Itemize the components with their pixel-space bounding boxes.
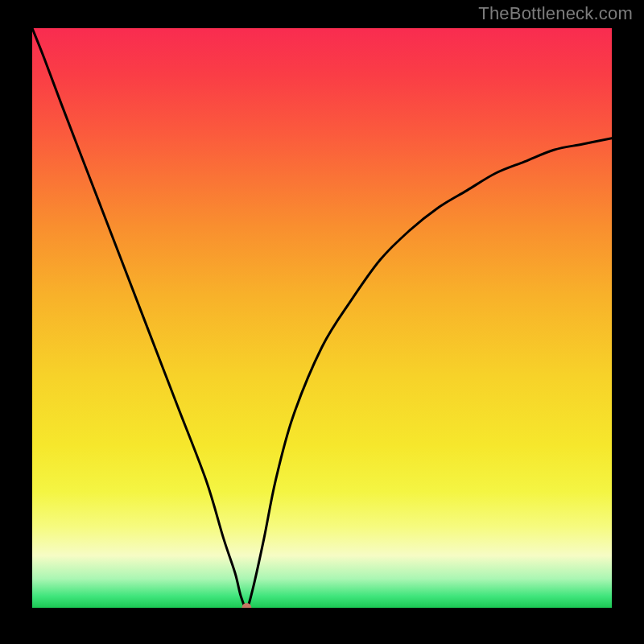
curve-svg — [32, 28, 612, 608]
bottleneck-curve — [32, 28, 612, 608]
plot-area — [32, 28, 612, 608]
chart-frame: TheBottleneck.com — [0, 0, 644, 644]
watermark-text: TheBottleneck.com — [478, 3, 633, 24]
